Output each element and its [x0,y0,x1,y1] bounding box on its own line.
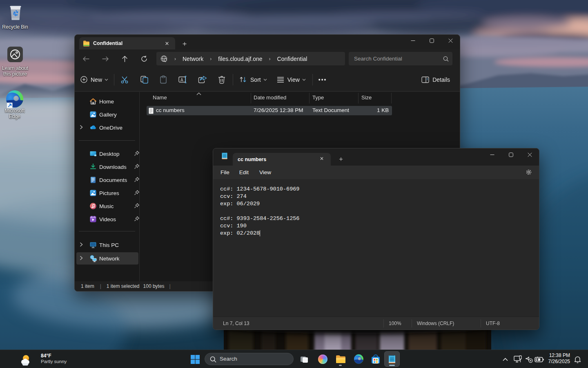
svg-text:A: A [180,78,183,82]
